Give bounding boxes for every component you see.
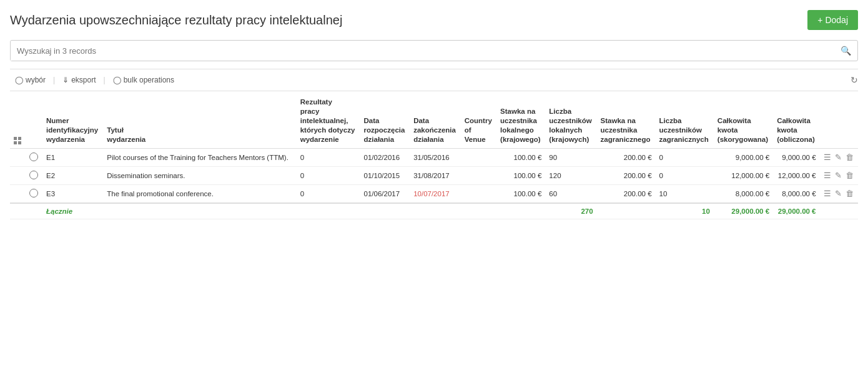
detail-icon-1[interactable]: ☰ [824,171,831,180]
row-end-2: 10/07/2017 [410,184,461,203]
radio-2[interactable] [29,189,38,198]
row-title-0: Pilot courses of the Training for Teache… [103,148,296,166]
col-kwota-sko-header: Całkowitakwota(skorygowana) [714,94,773,148]
row-rezultaty-2: 0 [297,184,360,203]
row-liczba-foreign-2: 10 [656,184,714,203]
table-wrapper: Numeridentyfikacyjnywydarzenia Tytułwyda… [10,94,858,219]
search-icon: 🔍 [841,46,851,56]
total-grid [10,203,25,219]
row-start-0: 01/02/2016 [360,148,410,166]
row-stawka-local-1: 100.00 € [496,166,545,184]
radio-1[interactable] [29,171,38,179]
delete-icon-2[interactable]: 🗑 [846,189,854,198]
col-end-header: Datazakończeniadziałania [410,94,461,148]
total-empty-3 [360,203,410,219]
row-grid-0 [10,148,25,166]
row-rezultaty-0: 0 [297,148,360,166]
wybor-button[interactable]: ◯ wybór [10,73,51,87]
row-actions-2: ☰ ✎ 🗑 [820,184,858,203]
col-numer-header: Numeridentyfikacyjnywydarzenia [42,94,103,148]
row-id-0: E1 [42,148,103,166]
total-empty-5 [461,203,496,219]
row-stawka-foreign-2: 200.00 € [597,184,656,203]
bulk-operations-button[interactable]: ◯ bulk operations [108,73,179,87]
row-liczba-local-2: 60 [545,184,596,203]
search-bar: 🔍 [10,40,858,61]
separator-2: | [104,76,106,84]
detail-icon-2[interactable]: ☰ [824,189,831,198]
row-start-2: 01/06/2017 [360,184,410,203]
edit-icon-0[interactable]: ✎ [835,152,842,162]
delete-icon-0[interactable]: 🗑 [846,152,854,162]
total-liczba-foreign: 10 [656,203,714,219]
edit-icon-2[interactable]: ✎ [835,189,842,198]
col-actions-header [820,94,858,148]
page-title: Wydarzenia upowszechniające rezultaty pr… [10,13,342,28]
toolbar: ◯ wybór | ⇓ eksport | ◯ bulk operations … [10,69,858,91]
separator-1: | [53,76,55,84]
row-liczba-local-0: 90 [545,148,596,166]
table-row: E2 Dissemination seminars. 0 01/10/2015 … [10,166,858,184]
total-row: Łącznie 270 10 29,000.00 € 29,000.00 € [10,203,858,219]
col-start-header: Datarozpoczęciadziałania [360,94,410,148]
wybor-label: wybór [26,76,46,84]
main-table: Numeridentyfikacyjnywydarzenia Tytułwyda… [10,94,858,219]
row-rezultaty-1: 0 [297,166,360,184]
row-liczba-local-1: 120 [545,166,596,184]
total-empty-2 [297,203,360,219]
search-input[interactable] [11,41,834,61]
row-stawka-local-0: 100.00 € [496,148,545,166]
row-start-1: 01/10/2015 [360,166,410,184]
row-grid-2 [10,184,25,203]
radio-0[interactable] [29,152,38,161]
eksport-label: eksport [71,76,96,84]
delete-icon-1[interactable]: 🗑 [846,171,854,180]
row-id-2: E3 [42,184,103,203]
table-row: E1 Pilot courses of the Training for Tea… [10,148,858,166]
row-liczba-foreign-1: 0 [656,166,714,184]
row-country-1 [461,166,496,184]
edit-icon-1[interactable]: ✎ [835,171,842,180]
eksport-button[interactable]: ⇓ eksport [57,73,101,87]
row-grid-1 [10,166,25,184]
row-kwota-sko-1: 12,000.00 € [714,166,773,184]
total-empty-7 [597,203,656,219]
col-country-header: CountryofVenue [461,94,496,148]
col-grid-header [10,94,25,148]
table-row: E3 The final promotional conference. 0 0… [10,184,858,203]
row-title-1: Dissemination seminars. [103,166,296,184]
total-empty-4 [410,203,461,219]
detail-icon-0[interactable]: ☰ [824,152,831,162]
row-end-0: 31/05/2016 [410,148,461,166]
col-kwota-obl-header: Całkowitakwota(obliczona) [773,94,819,148]
row-kwota-obl-0: 9,000.00 € [773,148,819,166]
wybor-icon: ◯ [15,76,23,84]
col-stawka-local-header: Stawka nauczestnikalokalnego(krajowego) [496,94,545,148]
col-radio-header [25,94,42,148]
col-stawka-foreign-header: Stawka nauczestnikazagranicznego [597,94,656,148]
search-icon-button[interactable]: 🔍 [834,41,857,61]
total-empty-1 [103,203,296,219]
row-radio-1[interactable] [25,166,42,184]
col-liczba-local-header: Liczbauczestnikówlokalnych(krajowych) [545,94,596,148]
total-kwota-sko: 29,000.00 € [714,203,773,219]
add-button[interactable]: + Dodaj [807,10,858,30]
eksport-icon: ⇓ [62,76,69,84]
col-tytul-header: Tytułwydarzenia [103,94,296,148]
total-radio [25,203,42,219]
row-radio-0[interactable] [25,148,42,166]
col-rezultaty-header: Rezultatypracyintelektualnej,których dot… [297,94,360,148]
row-country-0 [461,148,496,166]
total-label: Łącznie [42,203,103,219]
row-end-1: 31/08/2017 [410,166,461,184]
row-stawka-local-2: 100.00 € [496,184,545,203]
row-stawka-foreign-0: 200.00 € [597,148,656,166]
bulk-label: bulk operations [124,76,174,84]
refresh-button[interactable]: ↻ [851,75,858,85]
row-radio-2[interactable] [25,184,42,203]
total-liczba-local: 270 [545,203,596,219]
refresh-icon: ↻ [851,75,858,85]
row-country-2 [461,184,496,203]
row-id-1: E2 [42,166,103,184]
row-liczba-foreign-0: 0 [656,148,714,166]
